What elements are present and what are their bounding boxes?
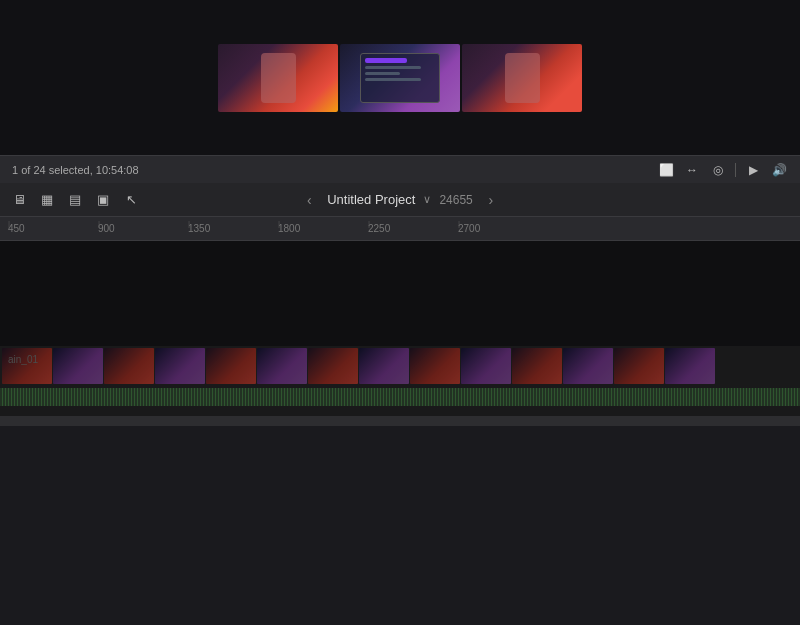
filmstrip (218, 44, 582, 112)
play-icon[interactable]: ▶ (744, 161, 762, 179)
ruler-marks: 450 900 1350 1800 2250 2700 (8, 223, 800, 234)
nav-prev-button[interactable]: ‹ (299, 190, 319, 210)
mask-icon[interactable]: ◎ (709, 161, 727, 179)
status-tools: ⬜ ↔ ◎ ▶ 🔊 (657, 161, 788, 179)
layout3-icon[interactable]: ▣ (92, 189, 114, 211)
status-bar: 1 of 24 selected, 10:54:08 ⬜ ↔ ◎ ▶ 🔊 (0, 155, 800, 183)
ruler-mark-2: 1350 (188, 223, 278, 234)
ruler-mark-3: 1800 (278, 223, 368, 234)
ruler-mark-0: 450 (8, 223, 98, 234)
tool-separator-1 (735, 163, 736, 177)
monitor-icon[interactable]: 🖥 (8, 189, 30, 211)
thumb-person-2 (505, 53, 540, 103)
ruler-mark-4: 2250 (368, 223, 458, 234)
layout2-icon[interactable]: ▤ (64, 189, 86, 211)
selection-status: 1 of 24 selected, 10:54:08 (12, 164, 139, 176)
thumb-ui-bar-3 (365, 72, 400, 75)
timeline-area[interactable]: ain_01 Replace Replace from Start (0, 241, 800, 426)
preview-area (0, 0, 800, 155)
layout1-icon[interactable]: ▦ (36, 189, 58, 211)
thumb-ui-bar-2 (365, 66, 421, 69)
nav-next-button[interactable]: › (481, 190, 501, 210)
thumb-ui-bar-1 (365, 58, 407, 63)
thumb-person-1 (261, 53, 296, 103)
crop-icon[interactable]: ⬜ (657, 161, 675, 179)
filmstrip-thumb-2 (340, 44, 460, 112)
dropdown-arrow[interactable]: ∨ (423, 193, 431, 206)
cursor-icon[interactable]: ↖ (120, 189, 142, 211)
filmstrip-thumb-1 (218, 44, 338, 112)
transform-icon[interactable]: ↔ (683, 161, 701, 179)
audio-icon[interactable]: 🔊 (770, 161, 788, 179)
toolbar: x 🖥 ▦ ▤ ▣ ↖ ‹ Untitled Project ∨ 24655 › (0, 183, 800, 217)
project-number: 24655 (439, 193, 472, 207)
project-title[interactable]: Untitled Project (327, 192, 415, 207)
filmstrip-thumb-3 (462, 44, 582, 112)
thumb-ui-bar-4 (365, 78, 421, 81)
toolbar-center: ‹ Untitled Project ∨ 24655 › (271, 190, 528, 210)
ruler-mark-1: 900 (98, 223, 188, 234)
thumb-ui-mockup (360, 53, 440, 103)
toolbar-left: x 🖥 ▦ ▤ ▣ ↖ (8, 189, 265, 211)
timeline-ruler: 450 900 1350 1800 2250 2700 (0, 217, 800, 241)
timeline-overlay (0, 241, 800, 416)
ruler-mark-5: 2700 (458, 223, 548, 234)
